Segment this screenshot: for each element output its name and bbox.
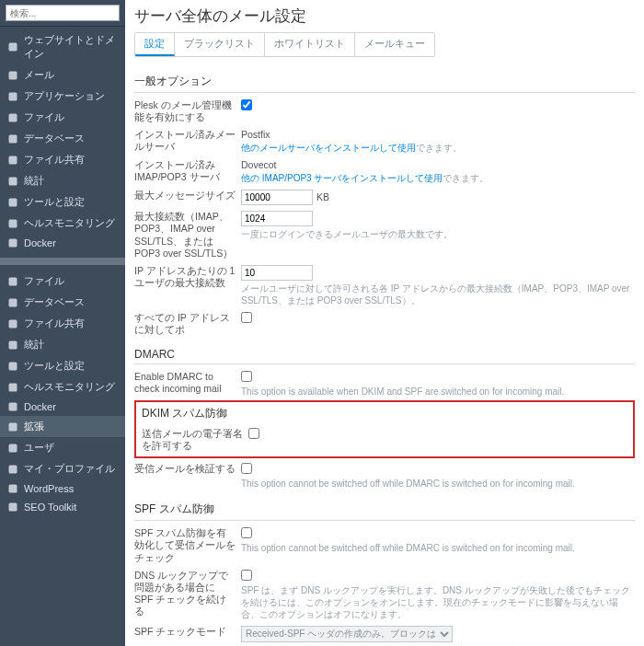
sidebar-item[interactable]: ファイル	[0, 107, 125, 128]
svg-rect-21	[9, 503, 17, 512]
sidebar-item[interactable]: ファイル共有	[0, 313, 125, 334]
sidebar-item[interactable]: WordPress	[0, 479, 125, 498]
label-imapserver: インストール済み IMAP/POP3 サーバ	[134, 159, 241, 183]
sidebar-item[interactable]: ヘルスモニタリング	[0, 376, 125, 398]
svg-rect-20	[9, 485, 17, 493]
svg-rect-4	[9, 134, 17, 143]
section-general: 一般オプション	[134, 70, 635, 93]
svg-rect-14	[9, 362, 17, 370]
section-spf: SPF スパム防御	[134, 498, 635, 521]
hint-dmarc: This option is available when DKIM and S…	[241, 386, 635, 398]
svg-rect-9	[9, 239, 17, 248]
svg-rect-17	[9, 422, 17, 431]
sidebar-item[interactable]: ヘルスモニタリング	[0, 213, 125, 234]
label-mailserver: インストール済みメールサーバ	[134, 129, 241, 153]
label-max-conn: 最大接続数（IMAP、POP3、IMAP over SSL/TLS、または PO…	[134, 211, 241, 260]
svg-rect-13	[9, 340, 17, 349]
tab-whitelist[interactable]: ホワイトリスト	[265, 33, 355, 56]
checkbox-dkim-sign[interactable]	[248, 428, 259, 439]
search-input[interactable]	[6, 5, 120, 21]
section-dkim: DKIM スパム防御	[142, 406, 627, 421]
checkbox-enable-mail[interactable]	[241, 99, 252, 110]
label-enable-mail: Plesk のメール管理機能を有効にする	[134, 99, 241, 123]
sidebar-item[interactable]: ツールと設定	[0, 355, 125, 376]
checkbox-spf-continue[interactable]	[241, 570, 252, 581]
sidebar-item[interactable]: SEO Toolkit	[0, 498, 125, 516]
label-dkim-sign: 送信メールの電子署名を許可する	[142, 428, 248, 452]
sidebar: ウェブサイトとドメインメールアプリケーションファイルデータベースファイル共有統計…	[0, 0, 125, 646]
svg-rect-7	[9, 198, 17, 206]
svg-rect-8	[9, 219, 17, 227]
tab-mailqueue[interactable]: メールキュー	[355, 33, 434, 56]
svg-rect-0	[9, 43, 17, 52]
label-spf-continue: DNS ルックアップで問題がある場合に SPF チェックを続ける	[134, 570, 241, 618]
sidebar-item[interactable]: ツールと設定	[0, 191, 125, 213]
value-mailserver: Postfix	[241, 129, 635, 140]
dkim-highlight-box: DKIM スパム防御 送信メールの電子署名を許可する	[134, 400, 635, 458]
sidebar-item[interactable]: ウェブサイトとドメイン	[0, 29, 125, 64]
hint-dkim-verify: This option cannot be switched off while…	[241, 478, 635, 490]
input-per-conn[interactable]	[241, 265, 313, 281]
svg-rect-19	[9, 465, 17, 473]
svg-rect-12	[9, 319, 17, 328]
main-content: サーバ全体のメール設定 設定 ブラックリスト ホワイトリスト メールキュー 一般…	[125, 0, 644, 646]
input-max-conn[interactable]	[241, 211, 313, 226]
svg-rect-5	[9, 156, 17, 164]
svg-rect-18	[9, 444, 17, 452]
tabs: 設定 ブラックリスト ホワイトリスト メールキュー	[134, 32, 435, 57]
sidebar-divider	[0, 258, 125, 265]
unit-kb: KB	[316, 191, 329, 202]
select-spf-mode[interactable]: Received-SPF ヘッダの作成のみ。ブロックはしない	[241, 626, 453, 642]
value-imapserver: Dovecot	[241, 159, 635, 170]
sidebar-item[interactable]: ファイル	[0, 271, 125, 292]
hint-spf-continue: SPF は、まず DNS ルックアップを実行します。DNS ルックアップが失敗し…	[241, 584, 635, 620]
sidebar-item[interactable]: ユーザ	[0, 437, 125, 458]
hint-spf-enable: This option cannot be switched off while…	[241, 542, 635, 554]
sidebar-item[interactable]: Docker	[0, 398, 125, 416]
label-per-conn: IP アドレスあたりの 1 ユーザの最大接続数	[134, 265, 241, 289]
svg-rect-2	[9, 92, 17, 100]
svg-rect-10	[9, 277, 17, 285]
sidebar-item[interactable]: 拡張	[0, 416, 125, 437]
label-max-msg: 最大メッセージサイズ	[134, 190, 241, 202]
section-dmarc: DMARC	[134, 344, 635, 364]
checkbox-dkim-verify[interactable]	[241, 463, 252, 474]
sidebar-item[interactable]: データベース	[0, 128, 125, 149]
link-other-imap[interactable]: 他の IMAP/POP3 サーバをインストールして使用	[241, 173, 443, 183]
svg-rect-15	[9, 383, 17, 391]
link-other-mailserver[interactable]: 他のメールサーバをインストールして使用	[241, 143, 416, 153]
svg-rect-11	[9, 298, 17, 306]
hint-max-conn: 一度にログインできるメールユーザの最大数です。	[241, 228, 635, 240]
label-dkim-verify: 受信メールを検証する	[134, 463, 241, 475]
sidebar-item[interactable]: アプリケーション	[0, 86, 125, 107]
checkbox-dmarc-enable[interactable]	[241, 371, 252, 382]
sidebar-item[interactable]: マイ・プロファイル	[0, 458, 125, 479]
svg-rect-6	[9, 177, 17, 185]
sidebar-item[interactable]: ファイル共有	[0, 149, 125, 170]
tab-settings[interactable]: 設定	[135, 33, 175, 56]
sidebar-item[interactable]: 統計	[0, 170, 125, 191]
svg-rect-3	[9, 113, 17, 121]
checkbox-spf-enable[interactable]	[241, 527, 252, 538]
sidebar-item[interactable]: メール	[0, 64, 125, 86]
input-max-msg[interactable]	[241, 190, 313, 205]
sidebar-item[interactable]: 統計	[0, 334, 125, 355]
label-spf-enable: SPF スパム防御を有効化して受信メールをチェック	[134, 527, 241, 563]
sidebar-item[interactable]: データベース	[0, 292, 125, 313]
label-all-ip: すべての IP アドレスに対してポ	[134, 312, 241, 336]
checkbox-all-ip[interactable]	[241, 312, 252, 323]
svg-rect-1	[9, 71, 17, 79]
page-title: サーバ全体のメール設定	[134, 6, 635, 27]
svg-rect-16	[9, 403, 17, 411]
label-dmarc-enable: Enable DMARC to check incoming mail	[134, 371, 241, 395]
sidebar-item[interactable]: Docker	[0, 234, 125, 252]
hint-per-conn: メールユーザに対して許可される各 IP アドレスからの最大接続数（IMAP、PO…	[241, 283, 635, 306]
sidebar-search	[0, 0, 125, 27]
label-spf-mode: SPF チェックモード	[134, 626, 241, 638]
tab-blacklist[interactable]: ブラックリスト	[175, 33, 265, 56]
